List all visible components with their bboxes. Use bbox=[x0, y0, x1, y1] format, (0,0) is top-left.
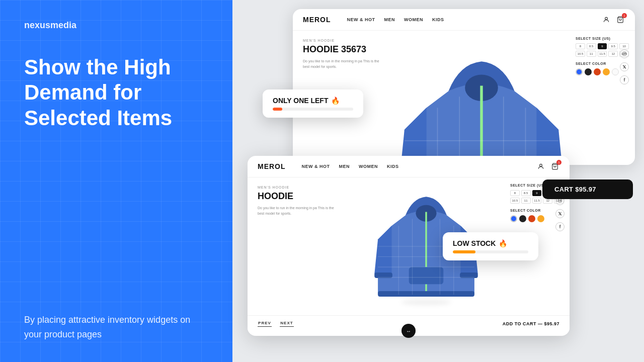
facebook-icon-2[interactable]: f bbox=[555, 222, 565, 231]
size-9-5[interactable]: 9.5 bbox=[608, 43, 618, 49]
size-12[interactable]: 12 bbox=[608, 51, 618, 57]
next-label[interactable]: NEXT bbox=[280, 321, 293, 325]
stock-widget-1: ONLY ONE LEFT 🔥 bbox=[263, 89, 363, 118]
m2-size-8[interactable]: 8 bbox=[510, 190, 520, 196]
prev-label[interactable]: PREV bbox=[258, 321, 271, 325]
size-8-5[interactable]: 8.5 bbox=[587, 43, 596, 49]
prev-arrow-line bbox=[258, 326, 272, 327]
mockup1-desc: Do you like to run in the morning in pa … bbox=[303, 59, 383, 69]
twitter-icon-2[interactable] bbox=[555, 209, 565, 218]
size-10-5[interactable]: 10.5 bbox=[576, 51, 585, 57]
svg-rect-23 bbox=[409, 267, 444, 284]
brand-prefix: nexus bbox=[24, 20, 50, 30]
nav-link-kids[interactable]: KIDS bbox=[432, 17, 444, 22]
mockup2-logo: MEROL bbox=[258, 162, 286, 170]
mockup2-desc: Do you like to run in the morning in pa … bbox=[258, 206, 338, 216]
color-blue[interactable] bbox=[576, 68, 583, 75]
scroll-dot-icon: ↔ bbox=[406, 328, 411, 334]
cart-icon[interactable]: 1 bbox=[616, 15, 625, 24]
mockup2-nav-icons: 1 bbox=[536, 162, 559, 171]
m2-color-blue[interactable] bbox=[510, 215, 517, 222]
m2-color-red[interactable] bbox=[528, 215, 535, 222]
mockup2-navlinks: NEW & HOT MEN WOMEN KIDS bbox=[302, 164, 536, 169]
size-8[interactable]: 8 bbox=[576, 43, 585, 49]
mockup1-logo: MEROL bbox=[303, 16, 331, 24]
mockup1-size-label: SELECT SIZE (US) bbox=[576, 37, 629, 40]
mockup1-hoodie bbox=[393, 31, 570, 165]
svg-point-19 bbox=[540, 164, 542, 166]
m2-size-10-5[interactable]: 10.5 bbox=[510, 198, 520, 204]
mockup1-category: MEN'S HOODIE bbox=[303, 39, 383, 42]
nav-link-women[interactable]: WOMEN bbox=[404, 17, 423, 22]
cart-icon-2[interactable]: 1 bbox=[550, 162, 559, 171]
stock-widget-1-text: ONLY ONE LEFT bbox=[273, 97, 328, 105]
prev-button[interactable]: PREV bbox=[258, 321, 272, 327]
svg-rect-35 bbox=[558, 199, 562, 203]
nav2-link-kids[interactable]: KIDS bbox=[387, 164, 399, 169]
m2-size-11-5[interactable]: 11.5 bbox=[532, 198, 542, 204]
headline: Show the High Demand for Selected Items bbox=[24, 55, 208, 131]
size-9[interactable]: 9 bbox=[598, 43, 607, 49]
brand-suffix: media bbox=[50, 20, 76, 30]
instagram-icon[interactable] bbox=[620, 49, 629, 58]
mockup1-navlinks: NEW & HOT MEN WOMEN KIDS bbox=[347, 17, 602, 22]
color-white[interactable] bbox=[612, 68, 619, 75]
m2-size-11[interactable]: 11 bbox=[521, 198, 531, 204]
mockup1-nav-icons: 1 bbox=[602, 15, 625, 24]
cart-badge-2: 1 bbox=[556, 160, 561, 165]
stock-widget-2-title: LOW STOCK 🔥 bbox=[453, 239, 528, 247]
mockup2-navbar: MEROL NEW & HOT MEN WOMEN KIDS 1 bbox=[248, 156, 570, 177]
account-icon-2[interactable] bbox=[536, 162, 545, 171]
stock-bar-container-2 bbox=[453, 250, 528, 253]
color-red[interactable] bbox=[594, 68, 601, 75]
mockup1-title: HOODIE 35673 bbox=[303, 44, 383, 55]
brand-logo: nexusmedia bbox=[24, 20, 208, 31]
nav2-link-men[interactable]: MEN bbox=[339, 164, 350, 169]
mockup1-navbar: MEROL NEW & HOT MEN WOMEN KIDS 1 bbox=[293, 9, 635, 31]
fire-emoji-2: 🔥 bbox=[499, 239, 507, 247]
m2-size-8-5[interactable]: 8.5 bbox=[521, 190, 531, 196]
account-icon[interactable] bbox=[602, 15, 611, 24]
mockup2-title: HOODIE bbox=[258, 191, 338, 202]
prev-next-nav: PREV NEXT bbox=[258, 321, 294, 327]
nav-link-new-hot[interactable]: NEW & HOT bbox=[347, 17, 375, 22]
next-arrow-line bbox=[280, 326, 294, 327]
stock-widget-2: LOW STOCK 🔥 bbox=[443, 232, 538, 260]
twitter-icon[interactable] bbox=[620, 62, 629, 71]
mockup2-add-to-cart[interactable]: ADD TO CART — $95.97 bbox=[503, 321, 559, 326]
stock-widget-2-text: LOW STOCK bbox=[453, 239, 496, 247]
mockup1-social: f bbox=[620, 49, 629, 84]
svg-rect-26 bbox=[378, 291, 474, 297]
mockup2-shadow bbox=[401, 299, 451, 305]
stock-bar-container-1 bbox=[273, 108, 353, 111]
scroll-indicator[interactable]: ↔ bbox=[401, 324, 416, 338]
svg-point-18 bbox=[625, 53, 626, 53]
subtext: By placing attractive inventory widgets … bbox=[24, 313, 208, 342]
stock-bar-1 bbox=[273, 108, 282, 111]
nav2-link-women[interactable]: WOMEN bbox=[359, 164, 378, 169]
stock-bar-2 bbox=[453, 250, 475, 253]
svg-point-17 bbox=[624, 53, 625, 55]
mockup2-product-info: MEN'S HOODIE HOODIE Do you like to run i… bbox=[248, 177, 348, 315]
svg-point-36 bbox=[559, 200, 561, 202]
cart-widget-text: CART $95.97 bbox=[554, 186, 621, 193]
m2-color-black[interactable] bbox=[519, 215, 526, 222]
color-black[interactable] bbox=[585, 68, 592, 75]
size-11[interactable]: 11 bbox=[587, 51, 596, 57]
next-button[interactable]: NEXT bbox=[280, 321, 294, 327]
right-container: MEROL NEW & HOT MEN WOMEN KIDS 1 MEN'S H… bbox=[232, 0, 644, 362]
size-10[interactable]: 10 bbox=[619, 43, 629, 49]
fire-emoji-1: 🔥 bbox=[331, 97, 340, 105]
nav-link-men[interactable]: MEN bbox=[384, 17, 395, 22]
nav2-link-new-hot[interactable]: NEW & HOT bbox=[302, 164, 330, 169]
color-yellow[interactable] bbox=[603, 68, 610, 75]
cart-widget[interactable]: CART $95.97 bbox=[542, 179, 633, 199]
size-11-5[interactable]: 11.5 bbox=[598, 51, 607, 57]
left-panel: nexusmedia Show the High Demand for Sele… bbox=[0, 0, 232, 362]
stock-widget-1-title: ONLY ONE LEFT 🔥 bbox=[273, 97, 353, 105]
m2-color-yellow[interactable] bbox=[537, 215, 544, 222]
cart-badge: 1 bbox=[622, 13, 627, 18]
facebook-icon[interactable]: f bbox=[620, 75, 629, 84]
m2-size-9[interactable]: 9 bbox=[532, 190, 542, 196]
mockup2-category: MEN'S HOODIE bbox=[258, 186, 338, 189]
